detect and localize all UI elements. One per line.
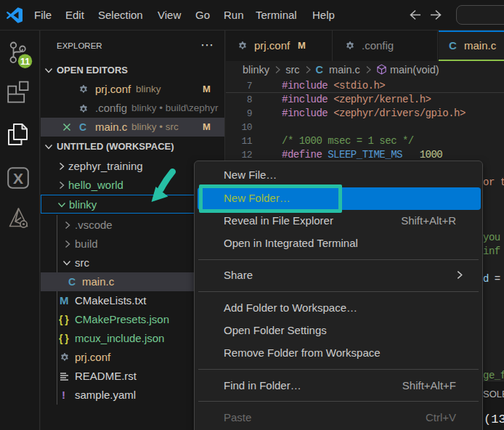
svg-text:X: X <box>13 170 23 187</box>
svg-text:11: 11 <box>20 57 30 67</box>
